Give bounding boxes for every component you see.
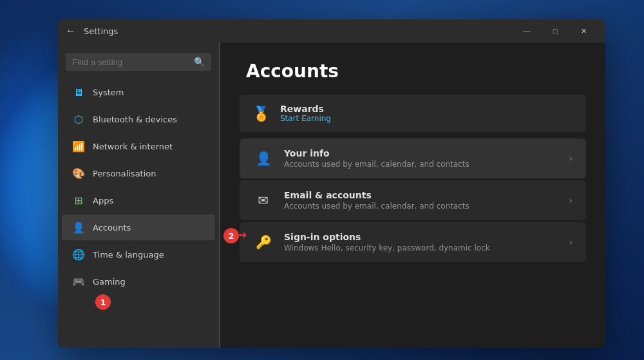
email-accounts-icon: ✉	[253, 190, 274, 211]
sidebar: 🔍 🖥 System ⬡ Bluetooth & devices 📶 Netwo…	[58, 43, 219, 348]
title-bar-left: ← Settings	[66, 26, 118, 36]
rewards-text: Rewards Start Earning	[280, 104, 331, 123]
maximize-button[interactable]: □	[541, 21, 569, 41]
sidebar-label-personalisation: Personalisation	[93, 169, 156, 178]
time-icon: 🌐	[72, 248, 85, 261]
your-info-text: Your info Accounts used by email, calend…	[284, 148, 558, 169]
settings-window: ← Settings — □ ✕ 🔍 🖥 System ⬡ Bluetoot	[58, 19, 605, 348]
sidebar-item-network[interactable]: 📶 Network & internet	[62, 133, 215, 159]
annotation-arrow-2: →	[237, 228, 247, 242]
sidebar-item-gaming[interactable]: 🎮 Gaming	[62, 269, 215, 294]
sidebar-label-network: Network & internet	[93, 142, 173, 151]
sidebar-item-personalisation[interactable]: 🎨 Personalisation	[62, 160, 215, 186]
title-bar-controls: — □ ✕	[513, 21, 598, 41]
email-accounts-title: Email & accounts	[284, 190, 558, 200]
sidebar-label-bluetooth: Bluetooth & devices	[93, 115, 177, 124]
rewards-card[interactable]: 🏅 Rewards Start Earning	[240, 95, 586, 132]
email-accounts-chevron: ›	[569, 195, 573, 205]
email-accounts-text: Email & accounts Accounts used by email,…	[284, 190, 558, 211]
sign-in-chevron: ›	[569, 237, 573, 247]
sidebar-label-time: Time & language	[93, 250, 164, 260]
your-info-title: Your info	[284, 148, 558, 158]
system-icon: 🖥	[72, 86, 85, 99]
sign-in-text: Sign-in options Windows Hello, security …	[284, 232, 558, 252]
search-box[interactable]: 🔍	[66, 53, 211, 71]
window-title: Settings	[84, 26, 118, 36]
your-info-subtitle: Accounts used by email, calendar, and co…	[284, 160, 558, 169]
back-button[interactable]: ←	[66, 26, 76, 36]
bluetooth-icon: ⬡	[72, 113, 85, 126]
sidebar-label-gaming: Gaming	[93, 277, 126, 287]
network-icon: 📶	[72, 140, 85, 153]
search-input[interactable]	[72, 57, 189, 67]
email-accounts-subtitle: Accounts used by email, calendar, and co…	[284, 202, 558, 211]
accounts-icon: 👤	[72, 221, 85, 234]
right-panel: Accounts 🏅 Rewards Start Earning 👤 Your …	[220, 43, 605, 348]
sidebar-item-time[interactable]: 🌐 Time & language	[62, 242, 215, 267]
sidebar-item-system[interactable]: 🖥 System	[62, 79, 215, 105]
sidebar-label-accounts: Accounts	[93, 223, 131, 232]
settings-item-email-accounts[interactable]: ✉ Email & accounts Accounts used by emai…	[240, 180, 586, 220]
rewards-title: Rewards	[280, 104, 331, 114]
annotation-badge-1: 1	[95, 294, 111, 310]
your-info-icon: 👤	[253, 148, 274, 169]
rewards-icon: 🏅	[252, 106, 270, 122]
sidebar-label-apps: Apps	[93, 196, 113, 205]
settings-list: 👤 Your info Accounts used by email, cale…	[220, 135, 605, 266]
sidebar-item-apps[interactable]: ⊞ Apps	[62, 187, 215, 213]
page-title: Accounts	[246, 61, 580, 82]
sign-in-title: Sign-in options	[284, 232, 558, 242]
sign-in-icon: 🔑	[253, 232, 274, 252]
settings-item-sign-in[interactable]: 🔑 Sign-in options Windows Hello, securit…	[240, 222, 586, 262]
page-header: Accounts	[220, 43, 605, 95]
close-button[interactable]: ✕	[569, 21, 598, 41]
search-icon: 🔍	[194, 57, 205, 67]
apps-icon: ⊞	[72, 194, 85, 207]
minimize-button[interactable]: —	[513, 21, 541, 41]
title-bar: ← Settings — □ ✕	[58, 19, 605, 43]
personalisation-icon: 🎨	[72, 167, 85, 180]
sidebar-item-bluetooth[interactable]: ⬡ Bluetooth & devices	[62, 106, 215, 132]
settings-item-your-info[interactable]: 👤 Your info Accounts used by email, cale…	[240, 138, 586, 178]
your-info-chevron: ›	[569, 153, 573, 164]
sign-in-subtitle: Windows Hello, security key, password, d…	[284, 243, 558, 252]
sidebar-item-accounts[interactable]: 👤 Accounts	[62, 214, 215, 240]
rewards-subtitle: Start Earning	[280, 114, 331, 123]
gaming-icon: 🎮	[72, 275, 85, 288]
main-content: 🔍 🖥 System ⬡ Bluetooth & devices 📶 Netwo…	[58, 43, 605, 348]
sidebar-label-system: System	[93, 88, 124, 97]
